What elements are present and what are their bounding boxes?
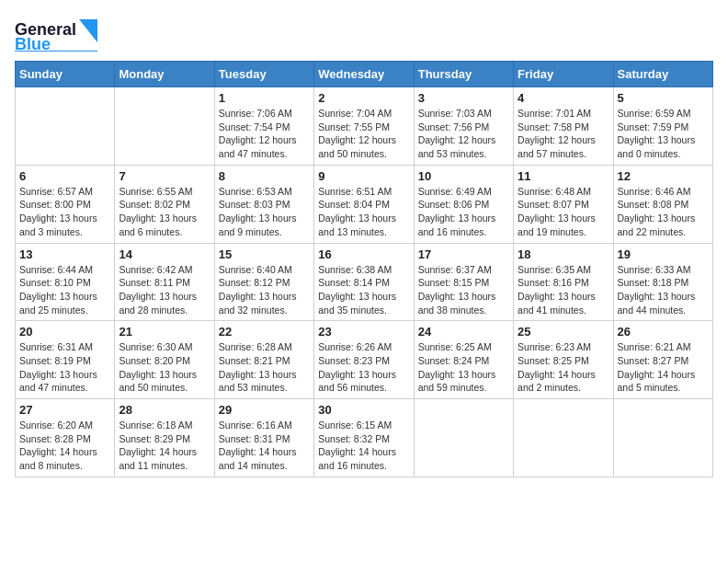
calendar-cell: 21Sunrise: 6:30 AM Sunset: 8:20 PM Dayli… — [115, 321, 214, 399]
calendar-cell: 29Sunrise: 6:16 AM Sunset: 8:31 PM Dayli… — [214, 399, 313, 477]
day-info: Sunrise: 6:55 AM Sunset: 8:02 PM Dayligh… — [119, 185, 210, 239]
calendar-cell: 27Sunrise: 6:20 AM Sunset: 8:28 PM Dayli… — [16, 399, 115, 477]
calendar-cell: 15Sunrise: 6:40 AM Sunset: 8:12 PM Dayli… — [214, 243, 313, 321]
calendar-cell — [16, 87, 115, 166]
calendar-cell: 8Sunrise: 6:53 AM Sunset: 8:03 PM Daylig… — [214, 165, 313, 243]
day-info: Sunrise: 6:42 AM Sunset: 8:11 PM Dayligh… — [119, 263, 210, 317]
day-number: 15 — [219, 247, 310, 261]
day-number: 23 — [318, 325, 409, 339]
day-info: Sunrise: 6:46 AM Sunset: 8:08 PM Dayligh… — [618, 185, 709, 239]
day-number: 7 — [119, 169, 210, 183]
svg-text:Blue: Blue — [15, 35, 51, 52]
calendar-cell: 5Sunrise: 6:59 AM Sunset: 7:59 PM Daylig… — [613, 87, 712, 166]
calendar-week-3: 13Sunrise: 6:44 AM Sunset: 8:10 PM Dayli… — [16, 243, 713, 321]
calendar-cell — [613, 399, 712, 477]
day-info: Sunrise: 7:04 AM Sunset: 7:55 PM Dayligh… — [318, 107, 409, 161]
calendar-cell: 10Sunrise: 6:49 AM Sunset: 8:06 PM Dayli… — [414, 165, 513, 243]
page-header: General Blue — [15, 15, 713, 52]
calendar-cell: 7Sunrise: 6:55 AM Sunset: 8:02 PM Daylig… — [115, 165, 214, 243]
day-number: 29 — [219, 403, 310, 417]
day-info: Sunrise: 7:01 AM Sunset: 7:58 PM Dayligh… — [518, 107, 609, 161]
day-info: Sunrise: 6:25 AM Sunset: 8:24 PM Dayligh… — [418, 340, 509, 395]
day-number: 30 — [318, 403, 409, 417]
calendar-cell: 13Sunrise: 6:44 AM Sunset: 8:10 PM Dayli… — [16, 243, 115, 321]
day-number: 14 — [119, 247, 210, 261]
calendar-cell: 12Sunrise: 6:46 AM Sunset: 8:08 PM Dayli… — [613, 165, 712, 243]
logo-icon: General Blue — [15, 15, 97, 52]
day-info: Sunrise: 6:37 AM Sunset: 8:15 PM Dayligh… — [418, 263, 509, 317]
calendar-cell: 24Sunrise: 6:25 AM Sunset: 8:24 PM Dayli… — [414, 321, 513, 399]
day-number: 28 — [119, 403, 210, 417]
day-info: Sunrise: 6:38 AM Sunset: 8:14 PM Dayligh… — [318, 263, 409, 317]
day-number: 22 — [219, 325, 310, 339]
calendar-week-2: 6Sunrise: 6:57 AM Sunset: 8:00 PM Daylig… — [16, 165, 713, 243]
day-info: Sunrise: 6:16 AM Sunset: 8:31 PM Dayligh… — [219, 419, 310, 473]
day-number: 6 — [19, 169, 110, 183]
calendar-cell: 6Sunrise: 6:57 AM Sunset: 8:00 PM Daylig… — [16, 165, 115, 243]
calendar-table: SundayMondayTuesdayWednesdayThursdayFrid… — [15, 61, 713, 477]
calendar-cell — [115, 87, 214, 166]
day-info: Sunrise: 7:06 AM Sunset: 7:54 PM Dayligh… — [219, 107, 310, 161]
calendar-cell: 9Sunrise: 6:51 AM Sunset: 8:04 PM Daylig… — [314, 165, 414, 243]
day-number: 2 — [318, 91, 409, 105]
calendar-week-5: 27Sunrise: 6:20 AM Sunset: 8:28 PM Dayli… — [16, 399, 713, 477]
day-info: Sunrise: 6:31 AM Sunset: 8:19 PM Dayligh… — [19, 340, 110, 395]
day-header-saturday: Saturday — [613, 62, 712, 87]
day-info: Sunrise: 6:23 AM Sunset: 8:25 PM Dayligh… — [518, 340, 609, 395]
day-header-sunday: Sunday — [16, 62, 115, 87]
day-number: 8 — [219, 169, 310, 183]
calendar-cell: 16Sunrise: 6:38 AM Sunset: 8:14 PM Dayli… — [314, 243, 414, 321]
calendar-cell: 17Sunrise: 6:37 AM Sunset: 8:15 PM Dayli… — [414, 243, 513, 321]
logo: General Blue — [15, 15, 97, 52]
day-number: 4 — [518, 91, 609, 105]
day-number: 12 — [618, 169, 709, 183]
day-header-thursday: Thursday — [414, 62, 513, 87]
day-info: Sunrise: 6:28 AM Sunset: 8:21 PM Dayligh… — [219, 340, 310, 395]
day-info: Sunrise: 6:20 AM Sunset: 8:28 PM Dayligh… — [19, 419, 110, 473]
day-header-friday: Friday — [514, 62, 613, 87]
day-number: 27 — [19, 403, 110, 417]
day-number: 17 — [418, 247, 509, 261]
day-number: 13 — [19, 247, 110, 261]
day-info: Sunrise: 6:49 AM Sunset: 8:06 PM Dayligh… — [418, 185, 509, 239]
calendar-cell: 11Sunrise: 6:48 AM Sunset: 8:07 PM Dayli… — [514, 165, 613, 243]
day-number: 3 — [418, 91, 509, 105]
day-info: Sunrise: 6:53 AM Sunset: 8:03 PM Dayligh… — [219, 185, 310, 239]
day-info: Sunrise: 6:33 AM Sunset: 8:18 PM Dayligh… — [618, 263, 709, 317]
calendar-cell: 22Sunrise: 6:28 AM Sunset: 8:21 PM Dayli… — [214, 321, 313, 399]
day-info: Sunrise: 6:30 AM Sunset: 8:20 PM Dayligh… — [119, 340, 210, 395]
day-info: Sunrise: 6:57 AM Sunset: 8:00 PM Dayligh… — [19, 185, 110, 239]
day-info: Sunrise: 6:48 AM Sunset: 8:07 PM Dayligh… — [518, 185, 609, 239]
calendar-header-row: SundayMondayTuesdayWednesdayThursdayFrid… — [16, 62, 713, 87]
calendar-cell: 30Sunrise: 6:15 AM Sunset: 8:32 PM Dayli… — [314, 399, 414, 477]
day-number: 26 — [618, 325, 709, 339]
day-number: 25 — [518, 325, 609, 339]
day-number: 1 — [219, 91, 310, 105]
svg-marker-2 — [79, 19, 97, 42]
day-info: Sunrise: 6:40 AM Sunset: 8:12 PM Dayligh… — [219, 263, 310, 317]
calendar-cell: 20Sunrise: 6:31 AM Sunset: 8:19 PM Dayli… — [16, 321, 115, 399]
calendar-week-1: 1Sunrise: 7:06 AM Sunset: 7:54 PM Daylig… — [16, 87, 713, 166]
calendar-cell — [414, 399, 513, 477]
day-number: 11 — [518, 169, 609, 183]
day-number: 24 — [418, 325, 509, 339]
day-number: 20 — [19, 325, 110, 339]
calendar-cell: 4Sunrise: 7:01 AM Sunset: 7:58 PM Daylig… — [514, 87, 613, 166]
calendar-cell: 28Sunrise: 6:18 AM Sunset: 8:29 PM Dayli… — [115, 399, 214, 477]
day-info: Sunrise: 6:15 AM Sunset: 8:32 PM Dayligh… — [318, 419, 409, 473]
day-info: Sunrise: 7:03 AM Sunset: 7:56 PM Dayligh… — [418, 107, 509, 161]
calendar-cell: 2Sunrise: 7:04 AM Sunset: 7:55 PM Daylig… — [314, 87, 414, 166]
calendar-cell: 18Sunrise: 6:35 AM Sunset: 8:16 PM Dayli… — [514, 243, 613, 321]
day-info: Sunrise: 6:18 AM Sunset: 8:29 PM Dayligh… — [119, 419, 210, 473]
calendar-cell — [514, 399, 613, 477]
day-info: Sunrise: 6:35 AM Sunset: 8:16 PM Dayligh… — [518, 263, 609, 317]
calendar-cell: 25Sunrise: 6:23 AM Sunset: 8:25 PM Dayli… — [514, 321, 613, 399]
day-number: 5 — [618, 91, 709, 105]
day-number: 10 — [418, 169, 509, 183]
day-info: Sunrise: 6:44 AM Sunset: 8:10 PM Dayligh… — [19, 263, 110, 317]
day-info: Sunrise: 6:59 AM Sunset: 7:59 PM Dayligh… — [618, 107, 709, 161]
day-number: 16 — [318, 247, 409, 261]
day-number: 19 — [618, 247, 709, 261]
day-info: Sunrise: 6:21 AM Sunset: 8:27 PM Dayligh… — [618, 340, 709, 395]
day-number: 21 — [119, 325, 210, 339]
